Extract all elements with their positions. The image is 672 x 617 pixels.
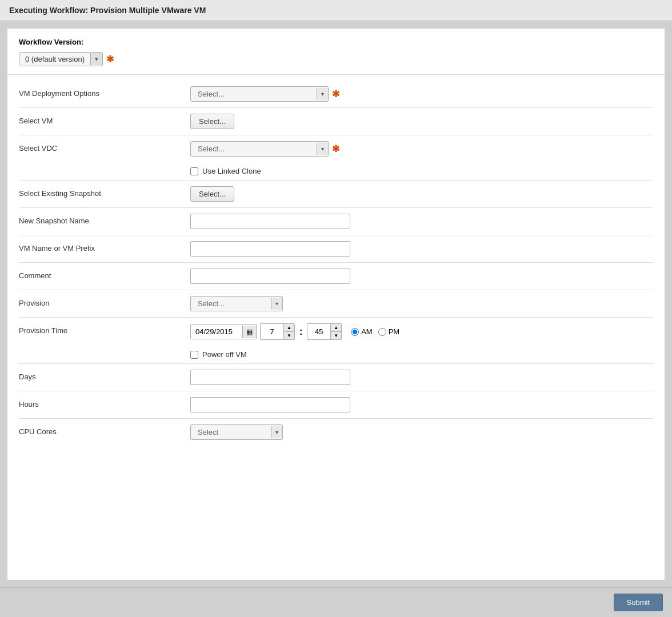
control-new-snapshot-name: [190, 214, 653, 229]
form-row-vm-deployment-options: VM Deployment Options Select... ▾ ✱: [19, 81, 653, 107]
label-select-vdc: Select VDC: [19, 141, 190, 153]
provision-arrow-icon[interactable]: ▾: [271, 298, 282, 310]
use-linked-clone-checkbox[interactable]: [190, 167, 198, 175]
footer: Submit: [0, 587, 672, 617]
form-row-days: Days: [19, 364, 653, 391]
minute-increment-button[interactable]: ▲: [331, 324, 341, 332]
control-select-vdc: Select... ▾ ✱: [190, 141, 653, 157]
select-vdc-required-star: ✱: [332, 143, 339, 154]
workflow-version-arrow-icon[interactable]: ▾: [90, 53, 102, 65]
page-title: Executing Workflow: Provision Multiple V…: [9, 6, 206, 15]
title-bar: Executing Workflow: Provision Multiple V…: [0, 0, 672, 21]
pm-radio-label[interactable]: PM: [378, 327, 400, 336]
control-vm-name-prefix: [190, 241, 653, 257]
minute-input[interactable]: [307, 324, 330, 339]
workflow-version-label: Workflow Version:: [19, 38, 653, 46]
workflow-version-required-star: ✱: [106, 54, 114, 65]
comment-input[interactable]: [190, 269, 350, 284]
hour-spinner: ▲ ▼: [260, 323, 295, 340]
use-linked-clone-label[interactable]: Use Linked Clone: [202, 167, 261, 175]
form-row-cpu-cores: CPU Cores Select ▾: [19, 419, 653, 446]
label-days: Days: [19, 370, 190, 381]
vm-name-prefix-input[interactable]: [190, 241, 350, 257]
time-colon-separator: :: [299, 327, 302, 337]
control-vm-deployment-options: Select... ▾ ✱: [190, 86, 653, 102]
label-provision-time: Provision Time: [19, 323, 190, 335]
vm-deployment-options-value: Select...: [191, 87, 317, 101]
form-row-comment: Comment: [19, 263, 653, 290]
control-provision-time: ▦ ▲ ▼ : ▲: [190, 323, 653, 340]
label-comment: Comment: [19, 269, 190, 280]
main-content: Workflow Version: 0 (default version) ▾ …: [7, 28, 665, 580]
am-radio-label[interactable]: AM: [351, 327, 373, 336]
provision-dropdown[interactable]: Select... ▾: [190, 296, 283, 311]
hour-spinner-btns: ▲ ▼: [283, 324, 294, 339]
am-radio[interactable]: [351, 328, 359, 336]
control-days: [190, 370, 653, 385]
date-input[interactable]: [191, 324, 242, 339]
form-section: VM Deployment Options Select... ▾ ✱ Sele…: [7, 75, 665, 580]
select-vdc-dropdown[interactable]: Select... ▾: [190, 141, 329, 157]
workflow-version-value: 0 (default version): [19, 53, 90, 66]
vm-deployment-options-arrow-icon[interactable]: ▾: [317, 88, 328, 100]
workflow-version-select[interactable]: 0 (default version) ▾: [19, 52, 103, 66]
calendar-icon[interactable]: ▦: [242, 326, 256, 338]
label-cpu-cores: CPU Cores: [19, 424, 190, 436]
control-select-vm: Select...: [190, 114, 653, 129]
select-vdc-value: Select...: [191, 142, 317, 156]
form-row-select-vm: Select VM Select...: [19, 108, 653, 135]
power-off-vm-row: Power off VM: [190, 346, 653, 363]
form-row-provision-time: Provision Time ▦ ▲ ▼: [19, 318, 653, 346]
minute-decrement-button[interactable]: ▼: [331, 332, 341, 339]
ampm-wrap: AM PM: [351, 327, 399, 336]
cpu-cores-value: Select: [191, 425, 271, 439]
provision-time-wrap: ▦ ▲ ▼ : ▲: [190, 323, 399, 340]
hour-decrement-button[interactable]: ▼: [284, 332, 294, 339]
workflow-version-section: Workflow Version: 0 (default version) ▾ …: [7, 29, 665, 75]
label-vm-deployment-options: VM Deployment Options: [19, 86, 190, 98]
label-new-snapshot-name: New Snapshot Name: [19, 214, 190, 225]
power-off-vm-label[interactable]: Power off VM: [202, 350, 247, 359]
date-input-wrap: ▦: [190, 324, 257, 339]
form-row-select-vdc: Select VDC Select... ▾ ✱: [19, 135, 653, 162]
label-select-existing-snapshot: Select Existing Snapshot: [19, 186, 190, 198]
version-row: 0 (default version) ▾ ✱: [19, 52, 653, 66]
use-linked-clone-row: Use Linked Clone: [190, 162, 653, 180]
power-off-vm-checkbox[interactable]: [190, 351, 198, 359]
form-row-new-snapshot-name: New Snapshot Name: [19, 208, 653, 235]
control-select-snapshot: Select...: [190, 186, 653, 202]
hour-increment-button[interactable]: ▲: [284, 324, 294, 332]
hour-input[interactable]: [261, 324, 283, 339]
minute-spinner: ▲ ▼: [307, 323, 342, 340]
label-hours: Hours: [19, 397, 190, 408]
control-provision: Select... ▾: [190, 296, 653, 311]
vm-deployment-options-required-star: ✱: [332, 89, 339, 99]
pm-radio[interactable]: [378, 328, 386, 336]
minute-spinner-btns: ▲ ▼: [330, 324, 341, 339]
cpu-cores-arrow-icon[interactable]: ▾: [271, 426, 282, 438]
vm-deployment-options-dropdown[interactable]: Select... ▾: [190, 86, 329, 102]
form-row-select-snapshot: Select Existing Snapshot Select...: [19, 181, 653, 207]
provision-value: Select...: [191, 297, 271, 311]
select-snapshot-button[interactable]: Select...: [190, 186, 234, 202]
form-row-vm-name-prefix: VM Name or VM Prefix: [19, 235, 653, 262]
form-row-provision: Provision Select... ▾: [19, 290, 653, 317]
days-input[interactable]: [190, 370, 350, 385]
cpu-cores-dropdown[interactable]: Select ▾: [190, 424, 283, 440]
control-comment: [190, 269, 653, 284]
label-vm-name-prefix: VM Name or VM Prefix: [19, 241, 190, 253]
pm-label: PM: [389, 327, 400, 336]
label-provision: Provision: [19, 296, 190, 307]
submit-button[interactable]: Submit: [614, 594, 663, 611]
hours-input[interactable]: [190, 397, 350, 412]
select-vm-button[interactable]: Select...: [190, 114, 234, 129]
control-hours: [190, 397, 653, 412]
form-row-hours: Hours: [19, 391, 653, 418]
label-select-vm: Select VM: [19, 114, 190, 125]
new-snapshot-name-input[interactable]: [190, 214, 350, 229]
am-label: AM: [361, 327, 373, 336]
control-cpu-cores: Select ▾: [190, 424, 653, 440]
select-vdc-arrow-icon[interactable]: ▾: [317, 143, 328, 155]
